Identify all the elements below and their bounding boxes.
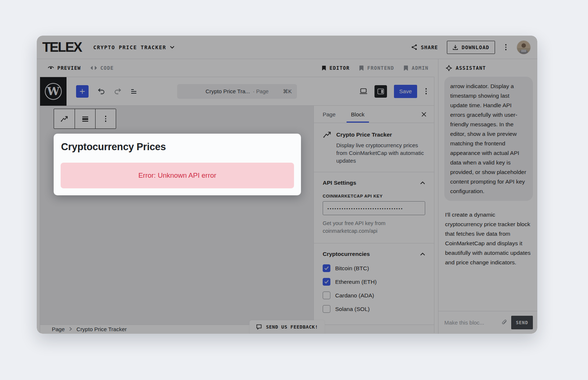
block-description: Display live cryptocurrency prices from … xyxy=(336,141,425,164)
masked-api-key: •••••••••••••••••••••••••••••••• xyxy=(327,206,403,211)
crypto-checkbox-row[interactable]: Ethereum (ETH) xyxy=(323,278,425,286)
block-info-card: Crypto Price Tracker Display live crypto… xyxy=(314,123,434,172)
frontend-label: FRONTEND xyxy=(367,65,394,71)
checkbox-checked[interactable] xyxy=(323,278,330,286)
section-title: API Settings xyxy=(323,180,356,186)
assistant-header: ASSISTANT xyxy=(438,59,537,77)
tab-editor[interactable]: EDITOR xyxy=(322,65,350,71)
tab-frontend[interactable]: FRONTEND xyxy=(359,65,394,71)
shortcut-hint: ⌘K xyxy=(283,88,292,94)
bookmark-icon xyxy=(322,65,326,71)
editor-canvas: Cryptocurrency Prices Error: Unknown API… xyxy=(40,106,313,325)
error-message: Error: Unknown API error xyxy=(138,171,216,180)
crypto-label: Cardano (ADA) xyxy=(335,292,374,299)
share-label: SHARE xyxy=(421,44,438,50)
view-mode-bar: PREVIEW CODE EDITOR xyxy=(37,59,438,77)
cryptocurrencies-header[interactable]: Cryptocurrencies xyxy=(323,251,425,257)
undo-button[interactable] xyxy=(97,88,105,94)
code-label: CODE xyxy=(100,65,114,71)
crypto-price-block[interactable]: Cryptocurrency Prices Error: Unknown API… xyxy=(54,134,301,195)
checkbox-unchecked[interactable] xyxy=(323,292,330,299)
add-block-button[interactable] xyxy=(76,85,89,98)
cryptocurrencies-section: Cryptocurrencies Bitcoin (BTC)Ethereum (… xyxy=(314,243,434,325)
editor-options-menu[interactable] xyxy=(424,87,429,96)
tab-block-settings[interactable]: Block xyxy=(351,106,365,123)
assistant-messages: arrow indicator. Display a timestamp sho… xyxy=(438,77,537,311)
feedback-label: SEND US FEEDBACK! xyxy=(266,324,318,330)
kebab-icon xyxy=(104,114,108,123)
settings-inspector: Page Block Crypto Price Trac xyxy=(313,106,434,325)
topbar: TELEX CRYPTO PRICE TRACKER SHARE DOWNLOA… xyxy=(37,36,537,59)
tab-code[interactable]: CODE xyxy=(90,65,114,71)
api-key-field[interactable]: •••••••••••••••••••••••••••••••• xyxy=(323,201,425,215)
crypto-label: Solana (SOL) xyxy=(335,306,370,312)
breadcrumb-current: Crypto Price Tracker xyxy=(76,326,127,332)
editor-label: EDITOR xyxy=(330,65,350,71)
sidebar-toggle-button[interactable] xyxy=(374,85,387,98)
crypto-checkbox-row[interactable]: Cardano (ADA) xyxy=(323,292,425,299)
block-toolbar xyxy=(54,109,116,129)
checkbox-checked[interactable] xyxy=(323,264,330,272)
tab-admin[interactable]: ADMIN xyxy=(404,65,429,71)
assistant-input[interactable] xyxy=(444,319,498,326)
wordpress-logo-button[interactable]: W xyxy=(40,77,67,106)
doc-type: · Page xyxy=(253,88,269,94)
api-settings-section: API Settings COINMARKETCAP API KEY •••••… xyxy=(314,172,434,243)
block-title: Crypto Price Tracker xyxy=(336,131,392,138)
user-avatar[interactable] xyxy=(517,40,531,54)
share-button[interactable]: SHARE xyxy=(411,44,438,50)
api-key-helper: Get your free API key from coinmarketcap… xyxy=(323,220,411,235)
doc-title: Crypto Price Tra... xyxy=(205,88,250,94)
chevron-up-icon xyxy=(420,181,425,185)
crypto-label: Bitcoin (BTC) xyxy=(335,265,369,272)
block-align-button[interactable] xyxy=(75,109,95,129)
save-button[interactable]: Save xyxy=(394,85,417,98)
eye-icon xyxy=(48,66,54,70)
trending-chart-icon xyxy=(323,131,331,139)
wordpress-icon: W xyxy=(45,83,62,100)
app-window: TELEX CRYPTO PRICE TRACKER SHARE DOWNLOA… xyxy=(37,36,537,334)
crypto-checkbox-row[interactable]: Solana (SOL) xyxy=(323,305,425,313)
content-row: PREVIEW CODE EDITOR xyxy=(37,59,537,334)
block-type-button[interactable] xyxy=(54,109,75,129)
topbar-more-menu[interactable] xyxy=(504,43,508,52)
download-icon xyxy=(452,44,458,50)
download-button[interactable]: DOWNLOAD xyxy=(447,41,495,54)
assistant-input-row: SEND xyxy=(438,311,537,334)
attachment-icon[interactable] xyxy=(502,319,508,326)
send-button[interactable]: SEND xyxy=(511,316,533,329)
preview-label: PREVIEW xyxy=(57,65,81,71)
download-label: DOWNLOAD xyxy=(462,44,489,50)
user-message: arrow indicator. Display a timestamp sho… xyxy=(444,77,533,201)
breadcrumb: Page Crypto Price Tracker xyxy=(52,326,127,332)
close-inspector-button[interactable] xyxy=(421,112,427,117)
tab-preview[interactable]: PREVIEW xyxy=(48,65,81,71)
feedback-button[interactable]: SEND US FEEDBACK! xyxy=(250,320,325,334)
plus-icon xyxy=(79,88,86,95)
crypto-label: Ethereum (ETH) xyxy=(335,279,377,285)
device-preview-button[interactable] xyxy=(359,88,368,94)
api-settings-header[interactable]: API Settings xyxy=(323,180,425,186)
block-heading: Cryptocurrency Prices xyxy=(61,141,294,153)
crypto-checkbox-row[interactable]: Bitcoin (BTC) xyxy=(323,264,425,272)
share-icon xyxy=(411,44,417,50)
topbar-actions: SHARE DOWNLOAD xyxy=(411,40,531,54)
assistant-panel: ASSISTANT arrow indicator. Display a tim… xyxy=(438,59,537,334)
document-search-pill[interactable]: Crypto Price Tra... · Page ⌘K xyxy=(177,84,297,99)
bookmark-icon xyxy=(359,65,364,71)
tab-page-settings[interactable]: Page xyxy=(323,106,336,123)
toolbar-right: Save xyxy=(359,85,434,98)
list-view-button[interactable] xyxy=(130,88,137,94)
editor-footer: Page Crypto Price Tracker xyxy=(40,325,434,333)
redo-button[interactable] xyxy=(114,88,122,94)
project-selector[interactable]: CRYPTO PRICE TRACKER xyxy=(93,44,175,50)
breadcrumb-page[interactable]: Page xyxy=(52,326,65,332)
block-options-button[interactable] xyxy=(95,109,116,129)
checkbox-unchecked[interactable] xyxy=(323,305,330,313)
editor-toolbar: W xyxy=(40,77,434,106)
assistant-reply: I'll create a dynamic cryptocurrency pri… xyxy=(445,210,532,267)
editor-column: PREVIEW CODE EDITOR xyxy=(37,59,438,334)
bookmark-icon xyxy=(404,65,408,71)
telex-logo: TELEX xyxy=(42,39,82,55)
project-name: CRYPTO PRICE TRACKER xyxy=(93,44,166,50)
